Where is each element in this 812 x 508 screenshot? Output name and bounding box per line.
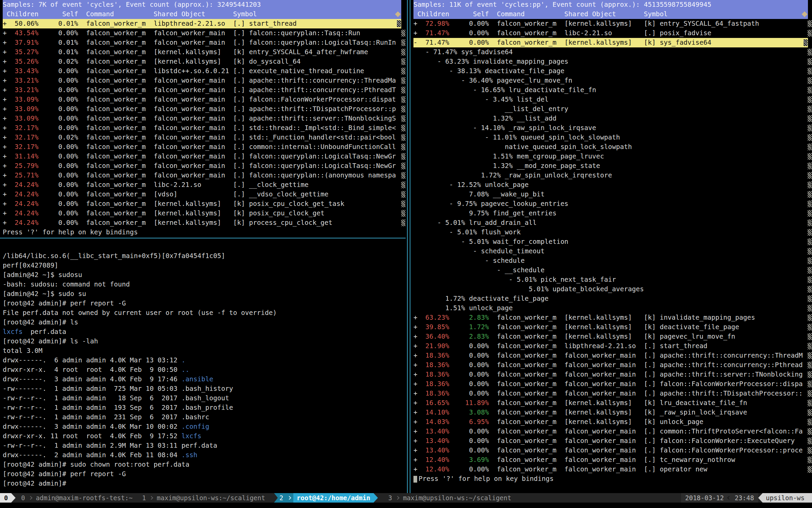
perf-row[interactable]: + 14.10% 3.08% falcon_worker_m [kernel.k… xyxy=(413,408,812,417)
perf-row[interactable]: + 24.24% 0.00% falcon_worker_m [vdso] [.… xyxy=(3,190,406,199)
tmux-window-active[interactable]: 2root@42:/home/admin xyxy=(274,493,378,503)
perf-row[interactable]: + 36.40% 2.83% falcon_worker_m [kernel.k… xyxy=(413,332,812,341)
pane-perf-cycles[interactable]: Samples: 7K of event 'cycles', Event cou… xyxy=(0,0,406,237)
perf-row[interactable]: + 18.36% 0.00% falcon_worker_m falcon_wo… xyxy=(413,379,812,389)
tree-text: 1.32% __list_add xyxy=(413,114,557,122)
children-percent: 32.17% xyxy=(7,133,39,141)
call-tree-line[interactable]: 1.51% unlock_page xyxy=(413,303,812,313)
perf-row[interactable]: + 33.09% 0.00% falcon_worker_m falcon_wo… xyxy=(3,114,406,123)
call-tree-line[interactable]: native_queued_spin_lock_slowpath xyxy=(413,142,812,152)
pane-border-vertical[interactable] xyxy=(406,0,411,493)
row-detail: falcon_worker_m [kernel.kallsyms] [k] en… xyxy=(489,20,759,27)
call-tree-line[interactable]: - __schedule xyxy=(413,266,812,275)
call-tree-line[interactable]: 5.01% update_blocked_averages xyxy=(413,284,812,294)
call-tree-line[interactable]: 1.72% _raw_spin_unlock_irqrestore xyxy=(413,171,812,180)
row-detail: falcon_worker_m falcon_worker_main [.] a… xyxy=(78,105,396,113)
perf-row[interactable]: + 35.27% 0.01% falcon_worker_m [kernel.k… xyxy=(3,47,406,57)
perf-row[interactable]: + 13.40% 0.00% falcon_worker_m falcon_wo… xyxy=(413,446,812,455)
perf-row[interactable]: + 21.90% 0.00% falcon_worker_m libpthrea… xyxy=(413,341,812,351)
self-percent: 0.00% xyxy=(449,371,489,378)
perf-row[interactable]: + 24.24% 0.00% falcon_worker_m libc-2.21… xyxy=(3,180,406,190)
self-percent: 0.00% xyxy=(39,67,78,75)
call-tree-line[interactable]: - 71.47% sys_fadvise64 xyxy=(413,47,812,57)
scrollbar-block xyxy=(808,49,812,56)
perf-row[interactable]: + 33.21% 0.00% falcon_worker_m falcon_wo… xyxy=(3,76,406,85)
call-tree-line[interactable]: __list_del_entry xyxy=(413,104,812,114)
call-tree-line[interactable]: 7.08% __wake_up_bit xyxy=(413,190,812,199)
tmux-window[interactable]: 3maxim@upsilon-ws:~/scaligent xyxy=(387,493,511,503)
call-tree-line[interactable]: - 14.10% _raw_spin_lock_irqsave xyxy=(413,123,812,133)
window-index: 2 xyxy=(274,493,285,503)
perf-row[interactable]: + 37.91% 0.01% falcon_worker_m falcon_wo… xyxy=(3,38,406,47)
perf-row[interactable]: + 32.17% 0.00% falcon_worker_m falcon_wo… xyxy=(3,142,406,152)
perf-row[interactable]: + 24.24% 0.00% falcon_worker_m [kernel.k… xyxy=(3,199,406,209)
perf-row[interactable]: + 25.79% 0.00% falcon_worker_m falcon_wo… xyxy=(3,161,406,171)
terminal-line: -rw-r--r--. 1 admin admin 18 Sep 6 2017 … xyxy=(3,394,406,403)
call-tree-line[interactable]: - schedule xyxy=(413,256,812,266)
children-percent: 33.21% xyxy=(7,86,39,94)
perf-row[interactable]: + 50.06% 0.01% falcon_worker_m libpthrea… xyxy=(3,19,401,28)
perf-row[interactable]: + 72.98% 0.00% falcon_worker_m [kernel.k… xyxy=(413,19,812,28)
call-tree-line[interactable]: 1.72% deactivate_file_page xyxy=(413,294,812,303)
perf-row[interactable]: + 32.17% 0.00% falcon_worker_m falcon_wo… xyxy=(3,123,406,133)
perf-row[interactable]: + 18.36% 0.00% falcon_worker_m falcon_wo… xyxy=(413,389,812,398)
expander: + xyxy=(413,20,418,27)
scrollbar-block xyxy=(401,172,405,179)
perf-row[interactable]: + 24.24% 0.00% falcon_worker_m [kernel.k… xyxy=(3,218,406,228)
perf-row[interactable]: + 63.23% 2.83% falcon_worker_m [kernel.k… xyxy=(413,313,812,322)
call-tree-line[interactable]: - 16.65% lru_deactivate_file_fn xyxy=(413,85,812,95)
tmux-window[interactable]: 1maxim@upsilon-ws:~/scaligent xyxy=(141,493,265,503)
perf-row[interactable]: + 39.85% 1.72% falcon_worker_m [kernel.k… xyxy=(413,322,812,332)
perf-row[interactable]: + 33.09% 0.00% falcon_worker_m falcon_wo… xyxy=(3,104,406,114)
perf-row[interactable]: + 33.43% 0.00% falcon_worker_m libstdc++… xyxy=(3,66,406,76)
perf-row[interactable]: + 14.03% 6.95% falcon_worker_m [kernel.k… xyxy=(413,417,812,427)
perf-row[interactable]: + 32.17% 0.02% falcon_worker_m falcon_wo… xyxy=(3,133,406,142)
perf-row[interactable]: + 18.36% 0.00% falcon_worker_m falcon_wo… xyxy=(413,370,812,379)
row-detail: falcon_worker_m falcon_worker_main [.] f… xyxy=(78,152,396,160)
tmux-window[interactable]: 0admin@maxim-rootfs-test:~ xyxy=(20,493,132,503)
window-list: 0admin@maxim-rootfs-test:~1maxim@upsilon… xyxy=(16,493,515,503)
call-tree-line[interactable]: - 9.75% pagevec_lookup_entries xyxy=(413,199,812,209)
perf-row[interactable]: + 43.54% 0.00% falcon_worker_m falcon_wo… xyxy=(3,28,406,38)
call-tree-line[interactable]: - 36.40% pagevec_lru_move_fn xyxy=(413,76,812,85)
tree-text: 1.72% deactivate_file_page xyxy=(413,295,548,302)
pane-border-horizontal[interactable] xyxy=(0,238,406,238)
perf-row[interactable]: + 13.40% 0.00% falcon_worker_m falcon_wo… xyxy=(413,436,812,446)
perf-row[interactable]: + 71.47% 0.00% falcon_worker_m libc-2.21… xyxy=(413,28,812,38)
pane-perf-cycles-pp[interactable]: Samples: 11K of event 'cycles:pp', Event… xyxy=(411,0,812,493)
perf-row[interactable]: + 33.09% 0.00% falcon_worker_m falcon_wo… xyxy=(3,95,406,104)
perf-row[interactable]: + 25.71% 0.00% falcon_worker_m falcon_wo… xyxy=(3,171,406,180)
row-detail: falcon_worker_m falcon_worker_main [.] f… xyxy=(78,29,360,37)
call-tree-line[interactable]: 9.75% find_get_entries xyxy=(413,209,812,218)
perf-row[interactable]: + 31.14% 0.00% falcon_worker_m falcon_wo… xyxy=(3,152,406,161)
call-tree-line[interactable]: - 5.01% lru_add_drain_all xyxy=(413,218,812,228)
perf-row[interactable]: + 33.21% 0.00% falcon_worker_m falcon_wo… xyxy=(3,85,406,95)
self-percent: 0.00% xyxy=(449,352,489,359)
perf-row[interactable]: + 18.36% 0.00% falcon_worker_m falcon_wo… xyxy=(413,351,812,360)
expander: + xyxy=(3,77,7,84)
call-tree-line[interactable]: - 3.45% list_del xyxy=(413,95,812,104)
call-tree-line[interactable]: - schedule_timeout xyxy=(413,247,812,256)
call-tree-line[interactable]: 1.32% __list_add xyxy=(413,114,812,123)
call-tree-line[interactable]: - 38.13% deactivate_file_page xyxy=(413,66,812,76)
call-tree-line[interactable]: - 5.01% wait_for_completion xyxy=(413,237,812,247)
call-tree-line[interactable]: - 5.01% flush_work xyxy=(413,228,812,237)
perf-row[interactable]: + 12.40% 3.69% falcon_worker_m falcon_wo… xyxy=(413,455,812,465)
perf-row[interactable]: + 16.65% 11.89% falcon_worker_m [kernel.… xyxy=(413,398,812,408)
pane-terminal[interactable]: /lib64/libc.so.6(__libc_start_main+0xf5)… xyxy=(0,241,406,493)
call-tree-line[interactable]: - 11.01% queued_spin_lock_slowpath xyxy=(413,133,812,142)
perf-row[interactable]: + 12.40% 0.00% falcon_worker_m falcon_wo… xyxy=(413,465,812,474)
call-tree-line[interactable]: 1.51% mem_cgroup_page_lruvec xyxy=(413,152,812,161)
call-tree-line[interactable]: - 12.52% unlock_page xyxy=(413,180,812,190)
call-tree-line[interactable]: - 5.01% pick_next_task_fair xyxy=(413,275,812,284)
session-badge[interactable]: 0 xyxy=(0,493,11,503)
status-date: 2018-03-12 xyxy=(685,494,724,502)
perf-row[interactable]: + 35.26% 0.02% falcon_worker_m [kernel.k… xyxy=(3,57,406,66)
row-detail: falcon_worker_m libpthread-2.21.so [.] s… xyxy=(78,20,297,27)
call-tree-line[interactable]: - 63.23% invalidate_mapping_pages xyxy=(413,57,812,66)
perf-row[interactable]: + 13.40% 0.00% falcon_worker_m falcon_wo… xyxy=(413,427,812,436)
perf-row[interactable]: + 18.36% 0.00% falcon_worker_m falcon_wo… xyxy=(413,360,812,370)
call-tree-line[interactable]: 1.32% __mod_zone_page_state xyxy=(413,161,812,171)
perf-row[interactable]: + 24.24% 0.00% falcon_worker_m [kernel.k… xyxy=(3,209,406,218)
perf-row[interactable]: - 71.47% 0.00% falcon_worker_m [kernel.k… xyxy=(413,38,808,47)
